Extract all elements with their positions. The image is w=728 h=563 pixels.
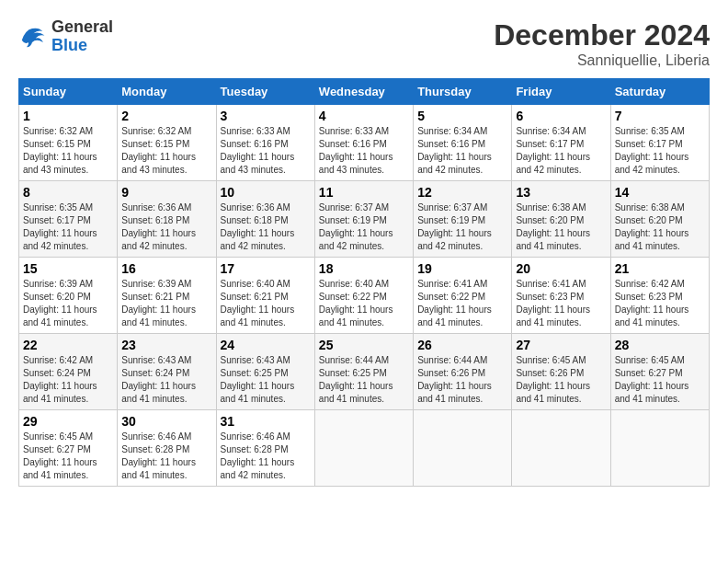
day-info: Sunrise: 6:41 AM Sunset: 6:23 PM Dayligh… bbox=[516, 278, 606, 329]
day-info: Sunrise: 6:44 AM Sunset: 6:26 PM Dayligh… bbox=[417, 354, 507, 406]
calendar-cell: 7Sunrise: 6:35 AM Sunset: 6:17 PM Daylig… bbox=[610, 105, 709, 181]
calendar-cell: 24Sunrise: 6:43 AM Sunset: 6:25 PM Dayli… bbox=[216, 334, 314, 410]
calendar-cell: 11Sunrise: 6:37 AM Sunset: 6:19 PM Dayli… bbox=[314, 181, 413, 258]
calendar-cell bbox=[512, 410, 610, 487]
logo-text: General Blue bbox=[51, 18, 113, 55]
day-info: Sunrise: 6:36 AM Sunset: 6:18 PM Dayligh… bbox=[221, 201, 311, 253]
calendar-cell: 28Sunrise: 6:45 AM Sunset: 6:27 PM Dayli… bbox=[610, 334, 709, 410]
day-number: 25 bbox=[319, 338, 409, 352]
calendar-cell: 29Sunrise: 6:45 AM Sunset: 6:27 PM Dayli… bbox=[19, 410, 118, 487]
day-info: Sunrise: 6:43 AM Sunset: 6:24 PM Dayligh… bbox=[121, 354, 211, 406]
day-number: 30 bbox=[121, 414, 211, 429]
day-info: Sunrise: 6:46 AM Sunset: 6:28 PM Dayligh… bbox=[221, 431, 311, 482]
calendar-week-row: 1Sunrise: 6:32 AM Sunset: 6:15 PM Daylig… bbox=[19, 105, 710, 181]
day-number: 31 bbox=[221, 414, 311, 429]
calendar-header-row: SundayMondayTuesdayWednesdayThursdayFrid… bbox=[19, 79, 710, 105]
calendar-week-row: 15Sunrise: 6:39 AM Sunset: 6:20 PM Dayli… bbox=[19, 258, 710, 334]
calendar-cell: 19Sunrise: 6:41 AM Sunset: 6:22 PM Dayli… bbox=[414, 258, 512, 334]
weekday-header: Sunday bbox=[19, 79, 118, 105]
day-info: Sunrise: 6:33 AM Sunset: 6:16 PM Dayligh… bbox=[319, 125, 409, 177]
weekday-header: Friday bbox=[512, 79, 610, 105]
calendar-cell: 30Sunrise: 6:46 AM Sunset: 6:28 PM Dayli… bbox=[118, 410, 216, 487]
page-title: December 2024 bbox=[494, 18, 710, 52]
calendar-cell: 3Sunrise: 6:33 AM Sunset: 6:16 PM Daylig… bbox=[216, 105, 314, 181]
day-number: 6 bbox=[516, 109, 606, 123]
logo-icon bbox=[18, 23, 46, 51]
day-number: 9 bbox=[121, 185, 211, 200]
day-number: 29 bbox=[23, 414, 113, 429]
day-info: Sunrise: 6:36 AM Sunset: 6:18 PM Dayligh… bbox=[121, 201, 211, 253]
day-info: Sunrise: 6:39 AM Sunset: 6:20 PM Dayligh… bbox=[23, 278, 113, 329]
day-info: Sunrise: 6:32 AM Sunset: 6:15 PM Dayligh… bbox=[23, 125, 113, 177]
day-number: 11 bbox=[319, 185, 409, 200]
calendar-cell: 8Sunrise: 6:35 AM Sunset: 6:17 PM Daylig… bbox=[19, 181, 118, 258]
calendar-cell bbox=[610, 410, 709, 487]
day-info: Sunrise: 6:33 AM Sunset: 6:16 PM Dayligh… bbox=[221, 125, 311, 177]
day-info: Sunrise: 6:42 AM Sunset: 6:24 PM Dayligh… bbox=[23, 354, 113, 406]
calendar-cell: 26Sunrise: 6:44 AM Sunset: 6:26 PM Dayli… bbox=[414, 334, 512, 410]
day-info: Sunrise: 6:45 AM Sunset: 6:26 PM Dayligh… bbox=[516, 354, 606, 406]
calendar-cell: 5Sunrise: 6:34 AM Sunset: 6:16 PM Daylig… bbox=[414, 105, 512, 181]
calendar-cell: 17Sunrise: 6:40 AM Sunset: 6:21 PM Dayli… bbox=[216, 258, 314, 334]
page-header: General Blue December 2024 Sanniquellie,… bbox=[18, 18, 710, 69]
day-number: 23 bbox=[121, 338, 211, 352]
day-number: 5 bbox=[417, 109, 507, 123]
day-info: Sunrise: 6:35 AM Sunset: 6:17 PM Dayligh… bbox=[23, 201, 113, 253]
day-info: Sunrise: 6:42 AM Sunset: 6:23 PM Dayligh… bbox=[615, 278, 705, 329]
day-info: Sunrise: 6:38 AM Sunset: 6:20 PM Dayligh… bbox=[615, 201, 705, 253]
day-number: 15 bbox=[23, 261, 113, 276]
day-number: 17 bbox=[221, 261, 311, 276]
calendar-cell bbox=[314, 410, 413, 487]
calendar-cell: 16Sunrise: 6:39 AM Sunset: 6:21 PM Dayli… bbox=[118, 258, 216, 334]
calendar-week-row: 22Sunrise: 6:42 AM Sunset: 6:24 PM Dayli… bbox=[19, 334, 710, 410]
calendar-cell: 27Sunrise: 6:45 AM Sunset: 6:26 PM Dayli… bbox=[512, 334, 610, 410]
day-number: 12 bbox=[417, 185, 507, 200]
calendar-cell: 15Sunrise: 6:39 AM Sunset: 6:20 PM Dayli… bbox=[19, 258, 118, 334]
calendar-cell: 10Sunrise: 6:36 AM Sunset: 6:18 PM Dayli… bbox=[216, 181, 314, 258]
day-info: Sunrise: 6:40 AM Sunset: 6:21 PM Dayligh… bbox=[221, 278, 311, 329]
calendar-cell: 22Sunrise: 6:42 AM Sunset: 6:24 PM Dayli… bbox=[19, 334, 118, 410]
day-number: 21 bbox=[615, 261, 705, 276]
day-info: Sunrise: 6:39 AM Sunset: 6:21 PM Dayligh… bbox=[121, 278, 211, 329]
calendar-cell: 20Sunrise: 6:41 AM Sunset: 6:23 PM Dayli… bbox=[512, 258, 610, 334]
day-info: Sunrise: 6:34 AM Sunset: 6:17 PM Dayligh… bbox=[516, 125, 606, 177]
weekday-header: Saturday bbox=[610, 79, 709, 105]
calendar-week-row: 29Sunrise: 6:45 AM Sunset: 6:27 PM Dayli… bbox=[19, 410, 710, 487]
weekday-header: Tuesday bbox=[216, 79, 314, 105]
day-info: Sunrise: 6:35 AM Sunset: 6:17 PM Dayligh… bbox=[615, 125, 705, 177]
day-number: 1 bbox=[23, 109, 113, 123]
calendar-cell: 21Sunrise: 6:42 AM Sunset: 6:23 PM Dayli… bbox=[610, 258, 709, 334]
calendar-cell: 25Sunrise: 6:44 AM Sunset: 6:25 PM Dayli… bbox=[314, 334, 413, 410]
day-info: Sunrise: 6:41 AM Sunset: 6:22 PM Dayligh… bbox=[417, 278, 507, 329]
day-number: 24 bbox=[221, 338, 311, 352]
calendar-cell: 12Sunrise: 6:37 AM Sunset: 6:19 PM Dayli… bbox=[414, 181, 512, 258]
day-number: 28 bbox=[615, 338, 705, 352]
logo: General Blue bbox=[18, 18, 113, 55]
calendar-table: SundayMondayTuesdayWednesdayThursdayFrid… bbox=[18, 78, 710, 487]
day-info: Sunrise: 6:38 AM Sunset: 6:20 PM Dayligh… bbox=[516, 201, 606, 253]
day-number: 2 bbox=[121, 109, 211, 123]
day-info: Sunrise: 6:37 AM Sunset: 6:19 PM Dayligh… bbox=[417, 201, 507, 253]
weekday-header: Monday bbox=[118, 79, 216, 105]
day-number: 3 bbox=[221, 109, 311, 123]
weekday-header: Thursday bbox=[414, 79, 512, 105]
day-number: 8 bbox=[23, 185, 113, 200]
day-info: Sunrise: 6:37 AM Sunset: 6:19 PM Dayligh… bbox=[319, 201, 409, 253]
day-number: 18 bbox=[319, 261, 409, 276]
calendar-cell: 13Sunrise: 6:38 AM Sunset: 6:20 PM Dayli… bbox=[512, 181, 610, 258]
day-info: Sunrise: 6:32 AM Sunset: 6:15 PM Dayligh… bbox=[121, 125, 211, 177]
calendar-cell: 1Sunrise: 6:32 AM Sunset: 6:15 PM Daylig… bbox=[19, 105, 118, 181]
day-number: 26 bbox=[417, 338, 507, 352]
day-number: 16 bbox=[121, 261, 211, 276]
day-number: 10 bbox=[221, 185, 311, 200]
calendar-cell: 6Sunrise: 6:34 AM Sunset: 6:17 PM Daylig… bbox=[512, 105, 610, 181]
calendar-week-row: 8Sunrise: 6:35 AM Sunset: 6:17 PM Daylig… bbox=[19, 181, 710, 258]
day-number: 27 bbox=[516, 338, 606, 352]
day-number: 7 bbox=[615, 109, 705, 123]
calendar-cell: 9Sunrise: 6:36 AM Sunset: 6:18 PM Daylig… bbox=[118, 181, 216, 258]
day-info: Sunrise: 6:44 AM Sunset: 6:25 PM Dayligh… bbox=[319, 354, 409, 406]
calendar-cell: 14Sunrise: 6:38 AM Sunset: 6:20 PM Dayli… bbox=[610, 181, 709, 258]
day-number: 14 bbox=[615, 185, 705, 200]
day-number: 19 bbox=[417, 261, 507, 276]
day-info: Sunrise: 6:45 AM Sunset: 6:27 PM Dayligh… bbox=[23, 431, 113, 482]
